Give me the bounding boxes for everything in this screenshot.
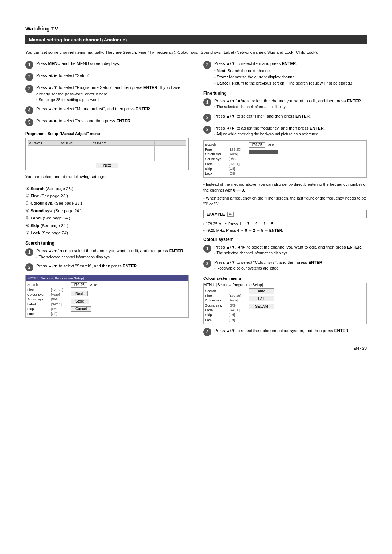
fine-step-2: 2 Press ▲/▼ to select "Fine", and then p… xyxy=(203,113,367,122)
example-box: EXAMPLE ✏ xyxy=(203,210,367,218)
colour-menu-label: Colour system menu xyxy=(203,276,367,280)
list-item-4: ④ Sound sys. (See page 24.) xyxy=(25,208,189,214)
bullet-next: Next: Search the next channel. xyxy=(214,68,367,74)
fine-step-2-text: Press ▲/▼ to select "Fine", and then pre… xyxy=(214,113,367,119)
fine-step-3-text: Press ◄/► to adjust the frequency, and t… xyxy=(214,125,367,137)
search-menu-header: MENU [Setup → Programme Setup] xyxy=(26,275,188,281)
search-row-lock: Lock[Off] xyxy=(27,311,68,316)
search-step-1-num: 1 xyxy=(25,248,33,256)
colour-step-3-num: 3 xyxy=(203,328,211,336)
example-label: EXAMPLE xyxy=(207,212,225,216)
colour-step-2-subnote: • Receivable colour systems are listed. xyxy=(214,266,367,271)
list-item-3: ③ Colour sys. (See page 23.) xyxy=(25,200,189,206)
fine-row-colour: Colour sys.[Auto] xyxy=(205,152,245,156)
step-1-num: 1 xyxy=(25,61,33,69)
fine-row-search: Search xyxy=(205,142,245,147)
fine-row-lock: Lock[Off] xyxy=(205,171,245,176)
colour-step-1: 1 Press ▲/▼/◄/► to select the channel yo… xyxy=(203,244,367,256)
freq-display: 179.25 MHz xyxy=(71,282,97,288)
step-2: 2 Press ◄/► to select "Setup". xyxy=(25,73,189,81)
step-3-num: 3 xyxy=(25,85,33,93)
page-title: Watching TV xyxy=(25,25,367,32)
list-item-5: ⑤ Label (See page 24.) xyxy=(25,215,189,221)
colour-menu-header: MENU [Setup → Programme Setup] xyxy=(204,283,366,287)
search-menu-left: Search Fine[179.25] Colour sys.[Auto] So… xyxy=(26,281,69,317)
list-item-2: ② Fine (See page 23.) xyxy=(25,193,189,199)
channel-grid: 01.SAT.1 02.FIN2 03.KABE xyxy=(25,138,189,170)
channel-header-1: 01.SAT.1 xyxy=(28,141,60,146)
example-icon: ✏ xyxy=(227,212,234,217)
fine-row-skip: Skip[Off] xyxy=(205,166,245,171)
colour-system-title: Colour system xyxy=(203,237,367,242)
fine-tuning-menu: Search Fine[179.25] Colour sys.[Auto] So… xyxy=(203,140,367,178)
fine-row-fine: Fine[179.25] xyxy=(205,147,245,152)
secam-btn[interactable]: SECAM xyxy=(249,304,274,309)
fine-step-1-text: Press ▲/▼/◄/► to select the channel you … xyxy=(214,98,367,110)
step-3: 3 Press ▲/▼ to select "Programme Setup",… xyxy=(25,85,189,102)
right-column: 3 Press ▲/▼ to select item and press ENT… xyxy=(203,61,367,340)
next-button[interactable]: Next xyxy=(96,163,119,168)
step-5-num: 5 xyxy=(25,118,33,126)
right-step-3-num: 3 xyxy=(203,61,211,69)
channel-header-3: 03.KABE xyxy=(91,141,123,146)
fine-step-3-num: 3 xyxy=(203,126,211,134)
fine-step-1: 1 Press ▲/▼/◄/► to select the channel yo… xyxy=(203,98,367,110)
list-item-1: ① Search (See page 23.) xyxy=(25,185,189,192)
colour-step-1-num: 1 xyxy=(203,245,211,253)
search-menu-right: 179.25 MHz Next Store Cancel xyxy=(69,281,98,317)
fine-step-1-num: 1 xyxy=(203,98,211,106)
colour-menu-body: Search Fine[179.25] Colour sys.[Auto] So… xyxy=(204,287,366,324)
step-3-text: Press ▲/▼ to select "Programme Setup", a… xyxy=(36,85,189,102)
right-step-3-bullets: Next: Search the next channel. Store: Me… xyxy=(214,68,367,86)
step-4-text: Press ▲/▼ to select "Manual Adjust", and… xyxy=(36,106,189,112)
intro-text: You can set some channel items manually.… xyxy=(25,49,367,56)
pal-btn[interactable]: PAL xyxy=(249,296,274,301)
step-2-num: 2 xyxy=(25,73,33,81)
search-step-2: 2 Press ▲/▼ to select "Search", and then… xyxy=(25,263,189,271)
step-1: 1 Press MENU and the MENU screen display… xyxy=(25,61,189,69)
colour-row-lock: Lock[Off] xyxy=(205,317,245,322)
fine-note-1: Instead of the method above, you can als… xyxy=(203,181,367,193)
auto-btn[interactable]: Auto xyxy=(249,288,274,294)
fine-mhz-label: MHz xyxy=(268,143,275,147)
channel-row-2 xyxy=(28,151,186,156)
channel-header-5 xyxy=(155,141,186,146)
cancel-btn[interactable]: Cancel xyxy=(71,306,91,312)
list-item-7: ⑦ Lock (See page 24) xyxy=(25,230,189,236)
colour-row-colour: Colour sys.[Auto] xyxy=(205,298,245,303)
step-3-subnote: • See page 28 for setting a password. xyxy=(36,97,189,103)
fine-row-label: Label[SAT.1] xyxy=(205,161,245,166)
store-btn[interactable]: Store xyxy=(71,299,89,304)
search-row-search: Search xyxy=(27,282,68,287)
colour-step-3: 3 Press ▲/▼ to select the optimum colour… xyxy=(203,328,367,336)
colour-system-menu: MENU [Setup → Programme Setup] Search Fi… xyxy=(203,283,367,324)
search-tuning-title: Search tuning xyxy=(25,241,189,246)
left-column: 1 Press MENU and the MENU screen display… xyxy=(25,61,189,340)
step-5: 5 Press ◄/► to select "Yes", and then pr… xyxy=(25,118,189,126)
mhz-label: MHz xyxy=(90,283,97,287)
search-step-1-text: Press ▲/▼/◄/► to select the channel you … xyxy=(36,248,189,259)
channel-header-row: 01.SAT.1 02.FIN2 03.KABE xyxy=(28,141,186,146)
right-step-3-text: Press ▲/▼ to select item and press ENTER… xyxy=(214,61,367,87)
step-5-text: Press ◄/► to select "Yes", and then pres… xyxy=(36,118,189,124)
example-item-1: • 179.25 MHz: Press 1 → 7 → 9 → 2 → 5. xyxy=(203,221,367,227)
colour-menu-right: Auto PAL SECAM xyxy=(247,287,275,324)
fine-row-sound: Sound sys.[B/G] xyxy=(205,156,245,161)
list-item-6: ⑥ Skip (See page 24.) xyxy=(25,222,189,229)
fine-menu-right: 179.25 MHz xyxy=(247,141,279,177)
step-1-text: Press MENU and the MENU screen displays. xyxy=(36,61,189,67)
search-row-label: Label[SAT.1] xyxy=(27,302,68,307)
colour-step-1-text: Press ▲/▼/◄/► to select the channel you … xyxy=(214,244,367,256)
colour-step-1-subnote: • The selected channel information displ… xyxy=(214,250,367,256)
search-step-2-num: 2 xyxy=(25,263,33,271)
next-btn[interactable]: Next xyxy=(71,291,88,296)
colour-row-skip: Skip[Off] xyxy=(205,312,245,317)
fine-note-2: When setting a frequency on the "Fine" s… xyxy=(203,195,367,207)
fine-freq-display: 179.25 MHz xyxy=(249,142,274,148)
colour-menu-left: Search Fine[179.25] Colour sys.[Auto] So… xyxy=(204,287,247,324)
search-step-1: 1 Press ▲/▼/◄/► to select the channel yo… xyxy=(25,248,189,259)
colour-row-fine: Fine[179.25] xyxy=(205,293,245,298)
bullet-store: Store: Memorise the current display chan… xyxy=(214,74,367,80)
top-divider xyxy=(25,22,367,22)
two-column-layout: 1 Press MENU and the MENU screen display… xyxy=(25,61,367,340)
